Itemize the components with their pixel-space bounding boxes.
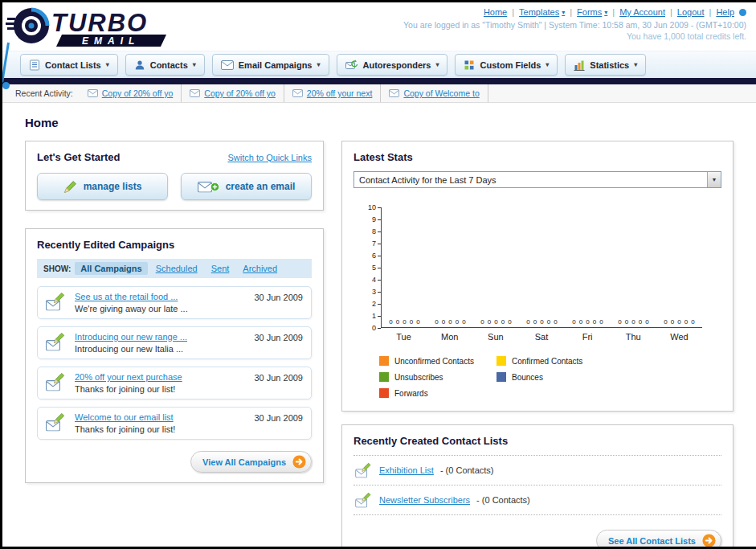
campaign-row[interactable]: See us at the retail food ... We're givi…	[37, 286, 312, 319]
email-campaigns-icon	[221, 60, 234, 70]
create-email-label: create an email	[226, 181, 296, 192]
arrow-right-icon	[292, 455, 306, 469]
legend-item: Unconfirmed Contacts	[379, 356, 497, 366]
recent-activity-item[interactable]: Copy of 20% off yo	[182, 84, 284, 102]
page-title: Home	[25, 116, 734, 129]
x-axis-label: Mon	[427, 332, 472, 342]
legend-label: Bounces	[512, 373, 543, 382]
tab-archived[interactable]: Archived	[237, 262, 283, 275]
envelope-pencil-icon	[46, 372, 67, 391]
link-separator: |	[670, 7, 672, 17]
y-tick-label: 7	[372, 240, 381, 248]
campaign-row[interactable]: Welcome to our email list Thanks for joi…	[37, 407, 312, 440]
envelope-icon	[88, 89, 98, 97]
pencil-icon	[63, 180, 77, 194]
legend-item: Forwards	[379, 388, 497, 398]
contact-list-name-link[interactable]: Exhibition List	[379, 465, 434, 475]
see-all-contact-lists-button[interactable]: See All Contact Lists	[596, 530, 721, 549]
campaign-date: 30 Jun 2009	[254, 333, 303, 342]
header-link-my-account[interactable]: My Account	[619, 7, 665, 17]
recent-contact-lists-title: Recently Created Contact Lists	[353, 435, 721, 447]
header-link-forms[interactable]: Forms▾	[577, 7, 607, 17]
legend-label: Forwards	[394, 389, 428, 398]
bar-value-group: 00000	[473, 318, 519, 326]
legend-label: Unconfirmed Contacts	[394, 357, 474, 366]
y-tick-label: 2	[372, 300, 381, 308]
recent-activity-item[interactable]: Copy of 20% off yo	[80, 84, 182, 102]
nav-tab-contact-lists[interactable]: Contact Lists ▾	[20, 54, 118, 76]
nav-tab-custom-fields[interactable]: Custom Fields ▾	[455, 54, 558, 76]
link-separator: |	[570, 7, 572, 17]
contact-list-row[interactable]: Newsletter Subscribers - (0 Contacts)	[353, 485, 721, 514]
header-link-templates[interactable]: Templates▾	[519, 7, 565, 17]
view-all-campaigns-button[interactable]: View All Campaigns	[190, 451, 312, 473]
recent-activity-item-label: Copy of 20% off yo	[204, 88, 276, 98]
chevron-down-icon: ▾	[193, 61, 196, 68]
contact-activity-chart: 109876543210 000000000000000000000000000…	[365, 207, 721, 342]
main-content: Home Let's Get Started Switch to Quick L…	[2, 103, 756, 549]
legend-item: Bounces	[497, 372, 614, 382]
campaign-title-link[interactable]: Introducing our new range ...	[75, 332, 246, 342]
login-status: You are logged in as "Timothy Smith" | S…	[403, 20, 746, 30]
chart-plot-area: 00000000000000000000000000000000000	[381, 207, 702, 328]
y-tick-label: 1	[372, 312, 381, 320]
nav-tab-label: Email Campaigns	[239, 60, 313, 70]
tab-sent[interactable]: Sent	[206, 262, 235, 275]
chart-y-axis: 109876543210	[365, 207, 381, 328]
contact-list-row[interactable]: Exhibition List - (0 Contacts)	[353, 455, 721, 485]
help-icon[interactable]	[739, 9, 746, 16]
nav-tab-email-campaigns[interactable]: Email Campaigns ▾	[212, 54, 329, 76]
nav-tab-label: Contact Lists	[45, 60, 101, 70]
legend-swatch	[497, 356, 506, 366]
nav-tab-contacts[interactable]: Contacts ▾	[125, 54, 205, 76]
legend-swatch	[379, 372, 389, 382]
link-separator: |	[512, 7, 514, 17]
campaign-subtitle: Thanks for joining our list!	[75, 384, 246, 394]
link-separator: |	[612, 7, 615, 17]
campaign-title-link[interactable]: 20% off your next purchase	[75, 372, 246, 382]
chevron-down-icon: ▾	[106, 61, 109, 68]
chevron-down-icon: ▾	[435, 61, 439, 68]
header-link-home[interactable]: Home	[484, 7, 507, 17]
header-link-logout[interactable]: Logout	[677, 7, 705, 17]
contact-list-items: Exhibition List - (0 Contacts) Newslette…	[353, 455, 721, 515]
campaign-date: 30 Jun 2009	[254, 373, 303, 383]
nav-tab-autoresponders[interactable]: Autoresponders ▾	[337, 54, 448, 76]
x-axis-label: Sun	[472, 332, 518, 342]
recent-activity-item[interactable]: Copy of Welcome to	[381, 84, 488, 102]
envelope-pencil-icon	[46, 412, 67, 432]
campaign-subtitle: Introducing our new Italia ...	[75, 344, 246, 354]
nav-tab-label: Contacts	[150, 60, 188, 70]
app-logo: TURBO EMAIL	[6, 5, 198, 53]
y-tick-label: 5	[372, 264, 381, 272]
campaign-subtitle: We're giving away our late ...	[75, 304, 246, 313]
campaign-row[interactable]: Introducing our new range ... Introducin…	[37, 326, 312, 359]
campaign-row[interactable]: 20% off your next purchase Thanks for jo…	[37, 367, 312, 399]
recent-activity-item[interactable]: 20% off your next	[284, 84, 382, 102]
create-email-button[interactable]: create an email	[181, 173, 312, 200]
tab-scheduled[interactable]: Scheduled	[150, 262, 203, 275]
tab-all-campaigns[interactable]: All Campaigns	[75, 262, 147, 275]
chart-legend: Unconfirmed Contacts Confirmed Contacts …	[379, 356, 721, 398]
recent-contact-lists-panel: Recently Created Contact Lists Exhibitio…	[341, 424, 734, 549]
nav-tab-statistics[interactable]: Statistics ▾	[565, 54, 646, 76]
select-dropdown-icon: ▼	[707, 172, 721, 187]
contact-list-name-link[interactable]: Newsletter Subscribers	[379, 495, 470, 505]
switch-quick-links-link[interactable]: Switch to Quick Links	[227, 153, 312, 162]
y-tick-label: 0	[372, 324, 381, 332]
manage-lists-button[interactable]: manage lists	[37, 173, 168, 200]
contact-lists-icon	[29, 59, 40, 71]
envelope-pencil-icon	[46, 332, 67, 351]
x-axis-label: Sat	[518, 332, 564, 342]
header: TURBO EMAIL Home | Templates▾ | Forms▾ |…	[2, 2, 756, 51]
campaign-title-link[interactable]: Welcome to our email list	[75, 412, 246, 422]
recent-campaigns-panel: Recently Edited Campaigns SHOW: All Camp…	[25, 228, 324, 483]
y-tick-label: 8	[372, 227, 381, 236]
stats-period-select[interactable]: Contact Activity for the Last 7 Days ▼	[353, 171, 721, 188]
chevron-down-icon: ▾	[317, 61, 320, 68]
y-tick-label: 6	[372, 252, 381, 260]
bar-value-group: 00000	[519, 318, 565, 326]
logo-subtitle: EMAIL	[82, 35, 140, 47]
header-link-help[interactable]: Help	[716, 7, 734, 17]
campaign-title-link[interactable]: See us at the retail food ...	[75, 292, 246, 301]
